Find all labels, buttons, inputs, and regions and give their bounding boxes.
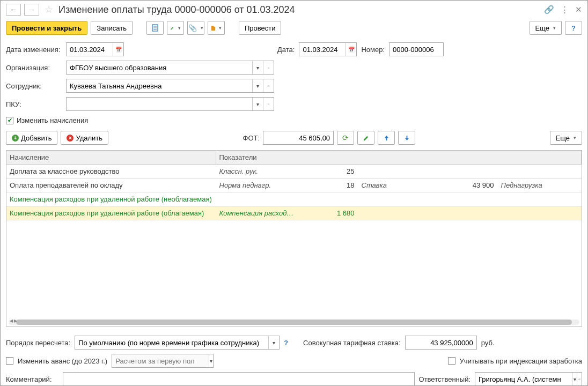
add-button-label: Добавить — [21, 134, 52, 142]
table-row[interactable]: Доплата за классное руководствоКлассн. р… — [6, 165, 582, 179]
close-icon[interactable]: ✕ — [575, 5, 582, 14]
cell-ind2[interactable]: Ставка — [358, 179, 411, 192]
org-input[interactable] — [67, 61, 252, 74]
move-up-button[interactable] — [378, 131, 395, 145]
advance-calc-input — [112, 354, 209, 367]
change-accruals-checkbox[interactable]: ✔ — [6, 117, 13, 124]
employee-open-icon[interactable]: ▫ — [263, 79, 274, 92]
highlight-icon-button[interactable] — [167, 21, 184, 35]
refresh-button[interactable]: ⟳ — [337, 131, 354, 145]
comment-input[interactable] — [63, 373, 414, 385]
responsible-open-icon[interactable]: ▫ — [577, 373, 582, 385]
cell-val1[interactable]: 25 — [299, 165, 358, 179]
cell-accrual[interactable]: Компенсация расходов при удаленной работ… — [6, 206, 216, 220]
tariff-unit: руб. — [481, 339, 495, 347]
advance-calc-dropdown-icon: ▾ — [209, 354, 213, 367]
post-and-close-button[interactable]: Провести и закрыть — [6, 21, 87, 35]
comment-label: Комментарий: — [6, 375, 58, 383]
recalc-order-input[interactable] — [75, 336, 268, 349]
cell-ind3[interactable] — [497, 206, 582, 220]
number-label: Номер: — [361, 46, 385, 54]
change-advance-checkbox[interactable]: ✔ — [6, 357, 13, 365]
plus-circle-icon: + — [12, 135, 19, 142]
tariff-label: Совокупная тарифная ставка: — [303, 339, 401, 347]
col-accrual-header[interactable]: Начисление — [6, 151, 216, 165]
cell-val2[interactable] — [411, 206, 497, 220]
x-circle-icon: × — [67, 135, 74, 142]
cell-ind2[interactable] — [358, 206, 411, 220]
nav-forward-button[interactable]: → — [24, 4, 39, 16]
delete-button[interactable]: × Удалить — [61, 131, 108, 145]
col-indicators-header[interactable]: Показатели — [216, 151, 582, 165]
org-open-icon[interactable]: ▫ — [263, 61, 274, 74]
kebab-menu-icon[interactable]: ⋮ — [561, 5, 569, 14]
more-button[interactable]: Еще — [530, 21, 562, 35]
cell-val2[interactable]: 43 900 — [411, 179, 497, 192]
help-button[interactable]: ? — [565, 21, 582, 35]
cell-accrual[interactable]: Оплата преподавателей по окладу — [6, 179, 216, 192]
nav-back-button[interactable]: ← — [6, 4, 21, 16]
employee-dropdown-icon[interactable]: ▾ — [252, 79, 263, 92]
horizontal-scrollbar[interactable] — [9, 320, 579, 325]
cell-val2[interactable] — [411, 192, 497, 206]
cell-val1[interactable] — [299, 192, 358, 206]
fot-input[interactable] — [263, 131, 333, 144]
tariff-input[interactable] — [406, 336, 476, 349]
consider-index-checkbox[interactable]: ✔ — [448, 357, 455, 365]
org-dropdown-icon[interactable]: ▾ — [252, 61, 263, 74]
date-input[interactable] — [299, 43, 346, 56]
cell-accrual[interactable]: Компенсация расходов при удаленной работ… — [6, 192, 216, 206]
window-title: Изменение оплаты труда 0000-000006 от 01… — [58, 4, 541, 16]
table-row[interactable]: Компенсация расходов при удаленной работ… — [6, 206, 582, 220]
delete-button-label: Удалить — [76, 134, 102, 142]
cell-accrual[interactable]: Доплата за классное руководство — [6, 165, 216, 179]
attach-icon-button[interactable]: 📎 — [187, 21, 204, 35]
recalc-dropdown-icon[interactable]: ▾ — [268, 336, 279, 349]
change-date-label: Дата изменения: — [6, 46, 62, 54]
post-button[interactable]: Провести — [239, 21, 282, 35]
refresh-icon: ⟳ — [342, 133, 349, 142]
cell-ind2[interactable] — [358, 165, 411, 179]
responsible-input[interactable] — [475, 373, 572, 385]
pku-dropdown-icon[interactable]: ▾ — [252, 98, 263, 110]
cell-ind1[interactable] — [216, 192, 299, 206]
cell-val2[interactable] — [411, 165, 497, 179]
cell-val1[interactable]: 18 — [299, 179, 358, 192]
link-icon[interactable]: 🔗 — [544, 5, 554, 14]
cell-ind3[interactable] — [497, 192, 582, 206]
date-calendar-icon[interactable]: 📅 — [346, 43, 356, 56]
cell-ind1[interactable]: Норма педнагр. — [216, 179, 299, 192]
table-more-button[interactable]: Еще — [550, 131, 582, 145]
doc-icon-button[interactable] — [146, 21, 164, 35]
folder-icon-button[interactable] — [208, 21, 225, 35]
responsible-label: Ответственный: — [419, 375, 471, 383]
change-advance-label: Изменить аванс (до 2023 г.) — [18, 357, 107, 365]
add-button[interactable]: + Добавить — [6, 131, 57, 145]
cell-ind2[interactable] — [358, 192, 411, 206]
edit-pencil-button[interactable] — [357, 131, 374, 145]
number-input[interactable] — [389, 43, 443, 56]
employee-label: Сотрудник: — [6, 82, 62, 90]
change-date-input[interactable] — [67, 43, 113, 56]
move-down-button[interactable] — [398, 131, 415, 145]
change-date-calendar-icon[interactable]: 📅 — [113, 43, 123, 56]
org-label: Организация: — [6, 64, 62, 72]
employee-input[interactable] — [67, 79, 252, 92]
save-button[interactable]: Записать — [91, 21, 133, 35]
cell-val1[interactable]: 1 680 — [299, 206, 358, 220]
cell-ind3[interactable] — [497, 165, 582, 179]
accruals-table[interactable]: Начисление Показатели Доплата за классно… — [6, 150, 582, 327]
cell-ind3[interactable]: Педнагрузка — [497, 179, 582, 192]
pku-input[interactable] — [67, 98, 252, 110]
cell-ind1[interactable]: Классн. рук. — [216, 165, 299, 179]
recalc-help-icon[interactable]: ? — [284, 339, 288, 347]
pku-label: ПКУ: — [6, 100, 62, 108]
date-label: Дата: — [277, 46, 295, 54]
table-row[interactable]: Оплата преподавателей по окладуНорма пед… — [6, 179, 582, 192]
fot-label: ФОТ: — [243, 134, 260, 142]
favorite-star-icon[interactable]: ☆ — [45, 4, 53, 16]
responsible-dropdown-icon[interactable]: ▾ — [572, 373, 577, 385]
table-row[interactable]: Компенсация расходов при удаленной работ… — [6, 192, 582, 206]
cell-ind1[interactable]: Компенсация расход… — [216, 206, 299, 220]
pku-open-icon[interactable]: ▫ — [263, 98, 274, 110]
